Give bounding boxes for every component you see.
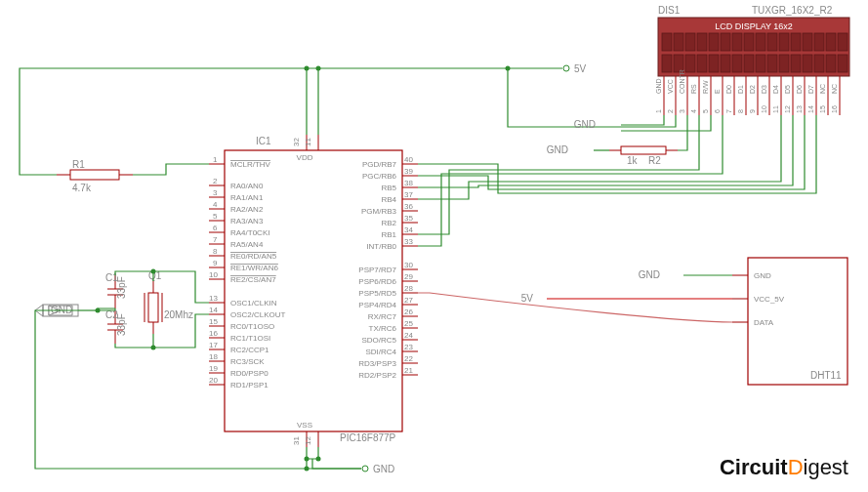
svg-text:2: 2 [213,177,218,185]
svg-rect-146 [779,55,789,72]
svg-rect-136 [662,55,672,72]
svg-text:GND: GND [754,271,771,280]
svg-rect-147 [791,55,801,72]
svg-text:D0: D0 [725,85,732,94]
svg-rect-121 [674,33,683,51]
svg-point-241 [563,65,569,71]
svg-text:16: 16 [831,105,838,113]
svg-text:D5: D5 [784,85,791,94]
svg-rect-122 [685,33,695,51]
svg-text:16: 16 [209,329,218,338]
svg-rect-150 [826,55,836,72]
svg-text:RS: RS [690,84,697,94]
svg-text:D3: D3 [761,85,767,94]
svg-text:PGD/RB7: PGD/RB7 [362,160,397,169]
svg-rect-206 [70,170,119,180]
svg-text:OSC1/CLKIN: OSC1/CLKIN [230,299,277,308]
net-5v: 5V [574,63,587,74]
svg-text:VSS: VSS [297,421,312,430]
svg-rect-126 [732,33,742,51]
svg-rect-135 [838,33,847,51]
svg-text:11: 11 [772,105,779,113]
svg-text:12: 12 [784,105,791,113]
svg-rect-138 [685,55,695,72]
svg-text:31: 31 [292,436,301,445]
svg-text:RE2/CS/AN7: RE2/CS/AN7 [230,275,276,284]
svg-rect-134 [826,33,836,51]
svg-text:NC: NC [819,84,826,94]
svg-text:RD3/PSP3: RD3/PSP3 [358,359,396,368]
svg-text:INT/RB0: INT/RB0 [366,242,396,251]
svg-text:7: 7 [213,235,218,244]
svg-text:32: 32 [292,138,301,146]
net-gnd-dht: GND [639,269,660,280]
svg-text:11: 11 [304,138,312,146]
svg-point-249 [96,308,101,313]
schematic-canvas: IC1 PIC16F877P 1MCLR/THV 2RA0/AN0 3RA1/A… [0,0,868,492]
svg-text:LCD DISPLAY 16x2: LCD DISPLAY 16x2 [715,21,793,31]
svg-text:15: 15 [209,317,218,326]
svg-text:14: 14 [807,105,814,113]
svg-text:PGM/RB3: PGM/RB3 [361,207,397,216]
lcd-ref: DIS1 [658,5,681,16]
svg-text:21: 21 [404,366,413,375]
svg-rect-133 [814,33,824,51]
svg-text:RB1: RB1 [381,230,396,239]
svg-text:40: 40 [404,155,413,164]
svg-text:9: 9 [749,109,756,113]
svg-text:3: 3 [213,188,218,197]
svg-rect-143 [744,55,754,72]
svg-text:34: 34 [404,226,413,234]
svg-text:4: 4 [690,109,697,113]
svg-text:D2: D2 [749,85,756,94]
svg-point-242 [305,66,310,71]
net-gnd-lcd: GND [574,119,596,130]
svg-text:33pF: 33pF [116,276,127,299]
svg-text:RD0/PSP0: RD0/PSP0 [230,369,269,378]
ic1-part: PIC16F877P [340,432,396,443]
svg-text:38: 38 [404,179,413,187]
svg-rect-145 [767,55,777,72]
svg-text:RA2/AN2: RA2/AN2 [230,205,264,214]
svg-text:14: 14 [209,306,218,314]
svg-text:RB5: RB5 [381,184,396,192]
ic1-ref: IC1 [256,136,271,146]
svg-text:28: 28 [404,284,413,293]
svg-text:15: 15 [819,105,826,113]
svg-text:1k: 1k [627,155,639,166]
svg-text:33: 33 [404,237,413,246]
svg-point-245 [362,466,368,472]
net-5v-dht: 5V [521,293,534,304]
svg-text:6: 6 [213,224,218,232]
svg-rect-123 [697,33,707,51]
svg-text:D1: D1 [737,85,744,94]
svg-text:9: 9 [213,259,218,267]
svg-text:CONTR: CONTR [679,69,685,94]
svg-text:2: 2 [667,109,674,113]
svg-point-240 [316,66,321,71]
svg-rect-129 [767,33,777,51]
svg-text:6: 6 [714,109,721,113]
svg-rect-125 [721,33,730,51]
svg-text:D6: D6 [796,85,803,94]
svg-rect-132 [803,33,812,51]
svg-text:NC: NC [831,84,838,94]
dht11-ref: DHT11 [810,370,842,381]
svg-text:RA3/AN3: RA3/AN3 [230,217,264,226]
svg-text:1: 1 [213,155,218,164]
svg-text:RC1/T1OSI: RC1/T1OSI [230,334,270,343]
svg-text:4: 4 [213,200,218,209]
svg-text:24: 24 [404,331,413,340]
svg-rect-142 [732,55,742,72]
svg-text:17: 17 [209,341,218,349]
svg-text:OSC2/CLKOUT: OSC2/CLKOUT [230,310,286,319]
svg-text:19: 19 [209,364,218,373]
svg-text:25: 25 [404,319,413,328]
svg-text:RC3/SCK: RC3/SCK [230,357,265,366]
svg-text:4.7k: 4.7k [72,183,92,193]
svg-text:22: 22 [404,354,413,363]
svg-point-247 [316,457,321,462]
svg-rect-130 [779,33,789,51]
svg-point-244 [151,346,156,350]
svg-text:SDI/RC4: SDI/RC4 [365,348,396,356]
